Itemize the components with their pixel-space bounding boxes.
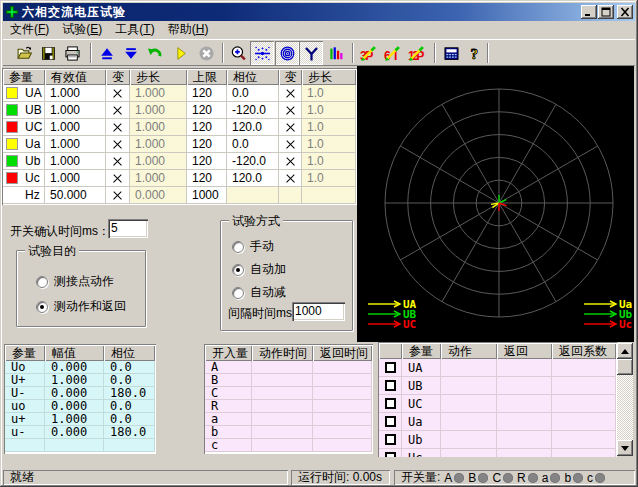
calculator-button[interactable] xyxy=(439,41,463,65)
rms-cell[interactable]: 1.000 xyxy=(45,170,106,187)
phase-cell[interactable]: 0.0 xyxy=(227,85,279,102)
vary2-cell[interactable] xyxy=(279,153,302,170)
checkbox[interactable] xyxy=(385,452,396,457)
limit-cell[interactable]: 120 xyxy=(187,136,227,153)
vary2-cell[interactable] xyxy=(279,119,302,136)
radio-option[interactable]: 自动加 xyxy=(232,261,286,278)
scroll-down-button[interactable] xyxy=(617,440,633,456)
vary-cell[interactable] xyxy=(106,85,130,102)
radio-option[interactable]: 自动减 xyxy=(232,284,286,301)
vary-cell[interactable] xyxy=(106,119,130,136)
checkbox[interactable] xyxy=(385,380,396,391)
step2-cell[interactable]: 1.0 xyxy=(302,153,356,170)
step2-cell[interactable]: 1.0 xyxy=(302,136,356,153)
step2-cell[interactable]: 1.0 xyxy=(302,170,356,187)
phasor-rays-button[interactable] xyxy=(250,41,274,65)
radio-option[interactable]: 手动 xyxy=(232,238,274,255)
limit-cell[interactable]: 120 xyxy=(187,85,227,102)
rms-cell[interactable]: 1.000 xyxy=(45,136,106,153)
phase-cell[interactable]: -120.0 xyxy=(227,153,279,170)
menu-item-f[interactable]: 文件(F) xyxy=(4,19,55,41)
scroll-up-button[interactable] xyxy=(617,343,633,359)
phase-cell[interactable]: -120.0 xyxy=(227,102,279,119)
zoom-button[interactable] xyxy=(226,41,250,65)
input-back-time xyxy=(313,439,372,452)
save-button[interactable] xyxy=(36,41,60,65)
reset-button[interactable] xyxy=(142,41,166,65)
vary2-cell[interactable] xyxy=(279,170,302,187)
limit-cell[interactable]: 120 xyxy=(187,170,227,187)
step-cell[interactable]: 1.000 xyxy=(130,85,187,102)
radio-button[interactable] xyxy=(232,264,244,276)
rms-cell[interactable]: 1.000 xyxy=(45,153,106,170)
checkbox[interactable] xyxy=(385,362,396,373)
step2-cell[interactable]: 1.0 xyxy=(302,102,356,119)
radio-option[interactable]: 测动作和返回 xyxy=(36,298,126,315)
step-cell[interactable]: 1.000 xyxy=(130,119,187,136)
impedance-circles-button[interactable] xyxy=(275,41,299,65)
step-cell[interactable]: 0.000 xyxy=(130,187,187,204)
step2-cell[interactable]: 1.0 xyxy=(302,119,356,136)
scroll-thumb[interactable] xyxy=(617,359,633,375)
vary-cell[interactable] xyxy=(106,187,130,204)
interval-input[interactable]: 1000 xyxy=(292,302,345,321)
phase-cell[interactable]: 120.0 xyxy=(227,170,279,187)
radio-button[interactable] xyxy=(36,276,48,288)
rms-cell[interactable]: 50.000 xyxy=(45,187,106,204)
vary-cell[interactable] xyxy=(106,170,130,187)
phase-cell[interactable] xyxy=(227,187,279,204)
color-swatch xyxy=(6,121,18,133)
minimize-button[interactable] xyxy=(581,5,597,19)
checkbox[interactable] xyxy=(385,434,396,445)
maximize-button[interactable] xyxy=(598,5,614,19)
limit-cell[interactable]: 1000 xyxy=(187,187,227,204)
phase-cell[interactable]: 120.0 xyxy=(227,119,279,136)
vary2-cell[interactable] xyxy=(279,187,302,204)
step2-cell[interactable] xyxy=(302,187,356,204)
stop-button[interactable] xyxy=(194,41,218,65)
step-cell[interactable]: 1.000 xyxy=(130,102,187,119)
help-button[interactable]: ? xyxy=(463,41,487,65)
print-button[interactable] xyxy=(60,41,84,65)
start-button[interactable] xyxy=(168,41,192,65)
phase-cell[interactable]: 0.0 xyxy=(227,136,279,153)
vary2-cell[interactable] xyxy=(279,102,302,119)
vary-cell[interactable] xyxy=(106,102,130,119)
phasor-chart: UAUBUCUaUbUc xyxy=(357,66,634,342)
open-button[interactable] xyxy=(12,41,36,65)
edit-6i-button[interactable]: 6I xyxy=(380,41,404,65)
menu-item-t[interactable]: 工具(T) xyxy=(109,19,160,41)
radio-button[interactable] xyxy=(232,287,244,299)
vary-cell[interactable] xyxy=(106,136,130,153)
step2-cell[interactable]: 1.0 xyxy=(302,85,356,102)
rms-cell[interactable]: 1.000 xyxy=(45,85,106,102)
table-row: C xyxy=(205,387,372,400)
step-down-button[interactable] xyxy=(118,41,142,65)
vector-diagram-button[interactable] xyxy=(299,41,323,65)
vary2-cell[interactable] xyxy=(279,85,302,102)
radio-button[interactable] xyxy=(36,301,48,313)
rms-cell[interactable]: 1.000 xyxy=(45,119,106,136)
switch-confirm-input[interactable]: 5 xyxy=(108,219,148,238)
edit-12p-button[interactable]: 12P xyxy=(404,41,428,65)
vary2-cell[interactable] xyxy=(279,136,302,153)
close-button[interactable] xyxy=(617,5,633,19)
radio-option[interactable]: 测接点动作 xyxy=(36,273,114,290)
step-cell[interactable]: 1.000 xyxy=(130,170,187,187)
radio-button[interactable] xyxy=(232,241,244,253)
checkbox[interactable] xyxy=(385,398,396,409)
action-table-scrollbar[interactable] xyxy=(617,343,633,456)
checkbox[interactable] xyxy=(385,416,396,427)
vary-cell[interactable] xyxy=(106,153,130,170)
menu-item-e[interactable]: 试验(E) xyxy=(56,19,108,41)
limit-cell[interactable]: 120 xyxy=(187,102,227,119)
menu-item-h[interactable]: 帮助(H) xyxy=(162,19,215,41)
edit-3p-button[interactable]: 3P xyxy=(356,41,380,65)
step-cell[interactable]: 1.000 xyxy=(130,136,187,153)
rms-cell[interactable]: 1.000 xyxy=(45,102,106,119)
limit-cell[interactable]: 120 xyxy=(187,153,227,170)
step-cell[interactable]: 1.000 xyxy=(130,153,187,170)
limit-cell[interactable]: 120 xyxy=(187,119,227,136)
step-up-button[interactable] xyxy=(94,41,118,65)
harmonic-bars-button[interactable] xyxy=(324,41,348,65)
